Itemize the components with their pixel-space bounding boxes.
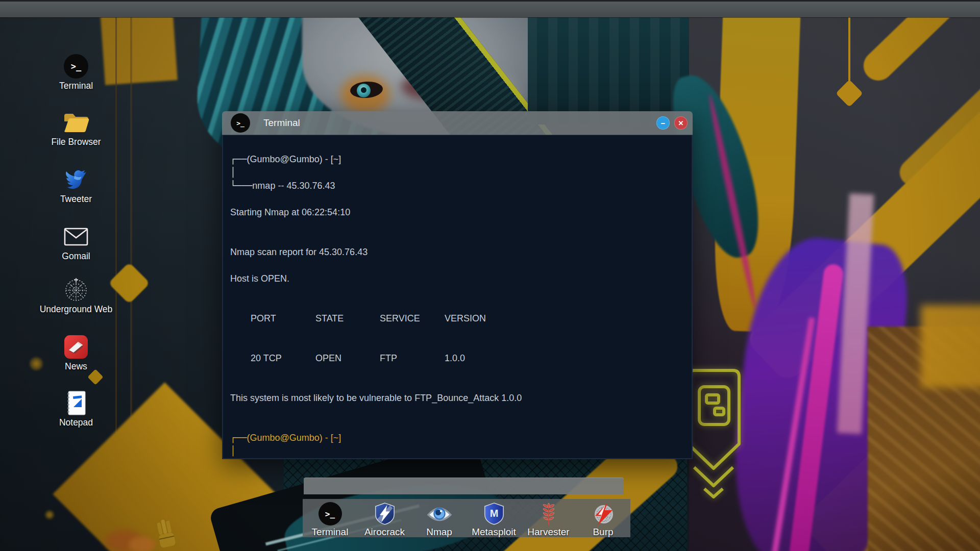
- terminal-line: This system is most likely to be vulnera…: [230, 391, 683, 405]
- desktop-icon-news[interactable]: News: [33, 335, 119, 371]
- dock-item-harvester[interactable]: Harvester: [523, 502, 574, 538]
- desktop-icon-tweeter[interactable]: Tweeter: [33, 167, 119, 204]
- desktop-icon-file-browser[interactable]: File Browser: [33, 110, 119, 147]
- desktop-icon-label: File Browser: [51, 137, 101, 147]
- news-icon: [64, 335, 88, 359]
- window-title: Terminal: [263, 117, 300, 129]
- close-button[interactable]: ✕: [674, 116, 688, 130]
- terminal-prompt-line: ┌──(Gumbo@Gumbo) - [~]: [230, 153, 683, 166]
- terminal-line: Nmap scan report for 45.30.76.43: [230, 245, 683, 259]
- desktop-icon-terminal[interactable]: >_ Terminal: [33, 54, 119, 91]
- terminal-command-line: └───nmap -- 45.30.76.43: [230, 179, 683, 192]
- terminal-table-header: PORTSTATESERVICEVERSION: [230, 298, 683, 338]
- dock-item-burp[interactable]: Burp: [578, 502, 629, 538]
- terminal-icon: >_: [318, 502, 342, 525]
- desktop-icon-underground-web[interactable]: Underground Web: [33, 278, 119, 314]
- desktop-icon-label: Notepad: [59, 418, 93, 428]
- terminal-table-row: 20 TCPOPENFTP1.0.0: [230, 338, 683, 378]
- dock-item-nmap[interactable]: Nmap: [414, 502, 465, 538]
- dock: >_ Terminal Airocrack: [303, 499, 630, 537]
- dock-item-label: Metasploit: [472, 527, 516, 538]
- terminal-window: >_ Terminal − ✕ ┌──(Gumbo@Gumbo) - [~] │…: [222, 111, 693, 459]
- dock-item-terminal[interactable]: >_ Terminal: [305, 502, 356, 538]
- terminal-prompt-line: │: [230, 166, 683, 179]
- terminal-cursor: [261, 458, 263, 459]
- minimize-button[interactable]: −: [656, 116, 670, 130]
- system-top-bar: [0, 0, 980, 17]
- terminal-line: Starting Nmap at 06:22:54:10: [230, 206, 683, 219]
- terminal-output[interactable]: ┌──(Gumbo@Gumbo) - [~] │ └───nmap -- 45.…: [222, 135, 693, 459]
- metasploit-monogram: M: [489, 508, 498, 519]
- desktop-icon-notepad[interactable]: Notepad: [33, 391, 119, 428]
- bolt-globe-icon: [592, 502, 615, 525]
- desktop-icon-label: Gomail: [62, 252, 90, 261]
- bird-icon: [64, 167, 88, 192]
- desktop: >_ Terminal File Browser: [0, 0, 980, 551]
- dock-handle[interactable]: [304, 478, 624, 494]
- desktop-icon-label: Tweeter: [60, 194, 92, 204]
- terminal-input-line: └────: [230, 458, 683, 459]
- desktop-icon-label: Underground Web: [40, 305, 113, 314]
- terminal-line: Host is OPEN.: [230, 272, 683, 285]
- dock-item-metasploit[interactable]: M Metasploit: [469, 502, 520, 538]
- dock-item-label: Harvester: [527, 527, 569, 538]
- terminal-prompt-line: ┌──(Gumbo@Gumbo) - [~]: [230, 431, 683, 444]
- web-icon: [64, 278, 88, 302]
- shield-bolt-icon: [375, 502, 395, 525]
- wheat-icon: [541, 502, 556, 525]
- desktop-icon-label: Terminal: [59, 81, 93, 91]
- dock-item-airocrack[interactable]: Airocrack: [359, 502, 410, 538]
- eye-icon: [426, 502, 453, 525]
- notepad-icon: [66, 391, 86, 415]
- shield-m-icon: M: [484, 502, 504, 525]
- terminal-prompt-line: │: [230, 444, 683, 458]
- envelope-icon: [64, 224, 88, 249]
- desktop-icon-label: News: [65, 362, 87, 371]
- dock-item-label: Burp: [593, 527, 613, 538]
- window-titlebar[interactable]: >_ Terminal − ✕: [222, 111, 693, 135]
- folder-icon: [63, 110, 89, 135]
- dock-item-label: Terminal: [312, 527, 349, 538]
- desktop-icon-gomail[interactable]: Gomail: [33, 224, 119, 261]
- terminal-icon: >_: [231, 113, 250, 133]
- dock-item-label: Nmap: [426, 527, 452, 538]
- terminal-icon: >_: [64, 54, 88, 79]
- dock-item-label: Airocrack: [364, 527, 405, 538]
